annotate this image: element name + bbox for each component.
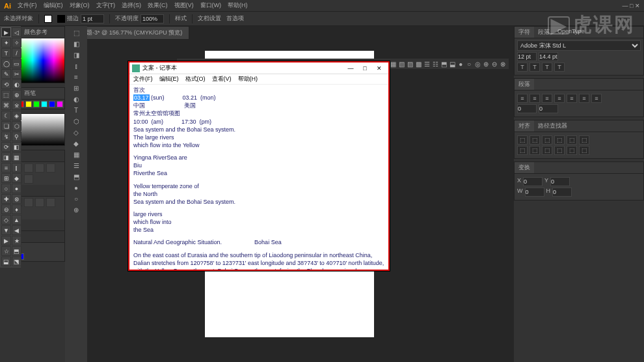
tool-34[interactable]: ⊖ (1, 204, 11, 214)
indent-input[interactable] (539, 104, 558, 113)
menu-edit[interactable]: 编辑(E) (44, 1, 63, 10)
tool-40[interactable]: ▶ (1, 236, 11, 245)
tool-25[interactable]: ▦ (12, 152, 21, 162)
tool-30[interactable]: ○ (1, 184, 11, 193)
transform-y-input[interactable] (550, 177, 570, 186)
tool-29[interactable]: ◆ (12, 173, 21, 183)
ctx-icon-27[interactable]: ▨ (407, 59, 414, 68)
tool-20[interactable]: ↯ (1, 132, 11, 141)
align-icon[interactable]: ⬚ (530, 135, 540, 145)
ctx-icon-29[interactable]: ☰ (423, 59, 430, 68)
font-size-input[interactable] (517, 52, 537, 61)
tool-14[interactable]: ⌘ (1, 100, 11, 110)
indent-input[interactable] (517, 104, 537, 113)
ctx-icon-31[interactable]: ⬒ (440, 59, 447, 68)
strip-icon-0[interactable]: ⬚ (66, 27, 86, 38)
ctx-icon-36[interactable]: ⊕ (483, 59, 489, 68)
tool-38[interactable]: ▼ (1, 225, 11, 235)
opt-style-label[interactable]: 样式 (175, 14, 187, 23)
menu-object[interactable]: 对象(O) (70, 1, 90, 10)
tool-4[interactable]: T (1, 48, 11, 58)
ctx-icon-25[interactable]: ▦ (390, 59, 397, 68)
tool-45[interactable]: ⬔ (12, 257, 21, 266)
ctx-icon-34[interactable]: ○ (466, 59, 472, 68)
strip-icon-4[interactable]: ≡ (66, 72, 86, 82)
tool-0[interactable]: ▶ (1, 27, 11, 37)
brush-tab[interactable]: 画笔 (20, 88, 40, 99)
close-button[interactable]: ✕ (373, 64, 386, 73)
align-justify-icon[interactable]: ≡ (554, 94, 565, 103)
minimize-button[interactable]: — (344, 64, 357, 73)
char-btn[interactable]: T (542, 63, 552, 72)
tool-28[interactable]: ⊞ (1, 173, 11, 183)
strip-icon-1[interactable]: ◧ (66, 38, 86, 49)
opt-docsetup[interactable]: 文档设置 (198, 14, 221, 23)
tool-1[interactable]: ◁ (12, 27, 21, 37)
tool-2[interactable]: ✦ (1, 38, 11, 48)
transform-tab[interactable]: 变换 (515, 162, 534, 173)
tool-39[interactable]: ◀ (12, 225, 21, 235)
np-menu-file[interactable]: 文件(F) (133, 75, 153, 83)
char-tab[interactable]: 字符 (515, 27, 534, 38)
strip-icon-13[interactable]: ⬒ (66, 171, 86, 182)
tool-6[interactable]: ◯ (1, 59, 11, 68)
strip-icon-8[interactable]: ⬡ (66, 116, 86, 126)
pathfinder-tab[interactable]: 路径查找器 (534, 120, 571, 132)
char-btn[interactable]: T (530, 63, 540, 72)
tool-12[interactable]: ⬚ (1, 90, 11, 100)
tool-11[interactable]: ◐ (12, 79, 21, 89)
tool-35[interactable]: ♦ (12, 204, 21, 214)
tool-44[interactable]: ⬓ (1, 257, 11, 266)
align-center-icon[interactable]: ≡ (530, 94, 540, 103)
strip-icon-5[interactable]: ⊞ (66, 83, 86, 93)
ctx-icon-37[interactable]: ⊖ (491, 59, 498, 68)
strip-icon-15[interactable]: ○ (66, 193, 86, 204)
transform-w-input[interactable] (525, 188, 544, 197)
ctx-icon-30[interactable]: ☷ (432, 59, 438, 68)
dist-icon[interactable]: ⬚ (554, 146, 565, 155)
tool-21[interactable]: ⚲ (12, 132, 21, 141)
tool-26[interactable]: ≡ (1, 163, 11, 173)
strip-icon-12[interactable]: ☰ (66, 160, 86, 171)
tool-16[interactable]: ☾ (1, 111, 11, 120)
maximize-button[interactable]: □ (358, 64, 371, 73)
opt-prefs[interactable]: 首选项 (226, 14, 244, 23)
ctx-icon-35[interactable]: ◎ (474, 59, 481, 68)
tool-3[interactable]: ✧ (12, 38, 21, 48)
align-icon[interactable]: ⬚ (554, 135, 565, 145)
tool-33[interactable]: ⊗ (12, 194, 21, 204)
tool-5[interactable]: / (12, 48, 21, 58)
menu-view[interactable]: 视图(V) (174, 1, 194, 10)
ctx-icon-26[interactable]: ▧ (399, 59, 405, 68)
tool-8[interactable]: ✎ (1, 69, 11, 79)
fill-swatch[interactable] (44, 15, 52, 23)
transform-x-input[interactable] (523, 177, 543, 186)
align-btn[interactable]: ≡ (567, 94, 577, 103)
tool-18[interactable]: ❏ (1, 121, 11, 131)
notepad-textarea[interactable]: 首次 03.17 (sun) 03.21 (mon) 中国 美国 常州太空馆馆项… (129, 85, 388, 270)
align-tab[interactable]: 对齐 (515, 120, 534, 132)
tool-13[interactable]: ⊕ (12, 90, 21, 100)
tool-7[interactable]: ▭ (12, 59, 21, 68)
tool-42[interactable]: ☆ (1, 246, 11, 256)
tool-10[interactable]: ⟲ (1, 79, 11, 89)
char-btn[interactable]: T (517, 63, 528, 72)
strip-icon-14[interactable]: ● (66, 182, 86, 193)
ctx-icon-28[interactable]: ▩ (416, 59, 422, 68)
dist-icon[interactable]: ⬚ (567, 146, 577, 155)
opacity-input[interactable] (141, 14, 164, 23)
tool-27[interactable]: ⫿ (12, 163, 21, 173)
menu-type[interactable]: 文字(T) (96, 1, 116, 10)
color-guide-tab[interactable]: 颜色参考 (20, 27, 51, 38)
leading-input[interactable] (539, 52, 558, 61)
tool-9[interactable]: ✂ (12, 69, 21, 79)
char-btn[interactable]: T (554, 63, 565, 72)
font-family-select[interactable]: Adobe 宋体 Std L (517, 40, 641, 51)
stroke-swatch[interactable] (57, 15, 65, 23)
tool-23[interactable]: ◧ (12, 142, 21, 152)
align-icon[interactable]: ⬚ (542, 135, 552, 145)
tool-31[interactable]: ● (12, 184, 21, 193)
np-menu-help[interactable]: 帮助(H) (238, 75, 258, 83)
transform-h-input[interactable] (552, 188, 572, 197)
menu-effect[interactable]: 效果(C) (148, 1, 168, 10)
